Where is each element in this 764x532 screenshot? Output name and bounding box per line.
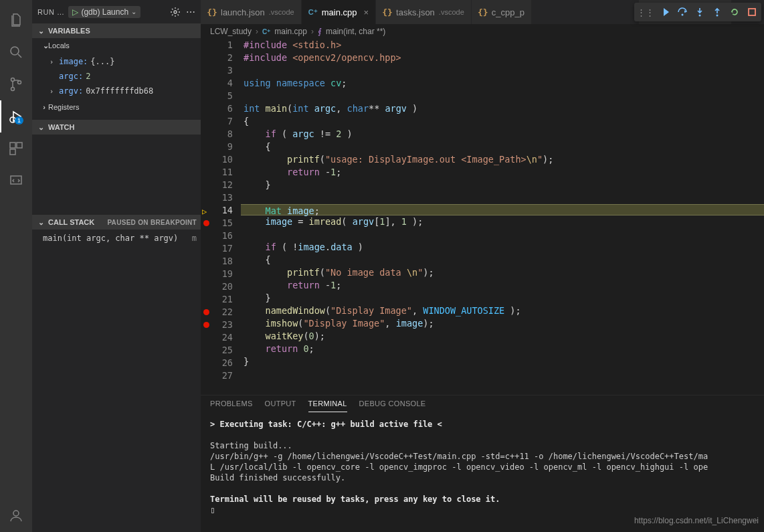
svg-point-12 [682, 14, 684, 16]
extensions-icon [8, 141, 24, 157]
account-icon [8, 508, 24, 524]
svg-rect-8 [10, 149, 15, 155]
chevron-right-icon: › [36, 103, 45, 111]
breadcrumb[interactable]: LCW_study › C⁺ main.cpp › ⨐ main(int, ch… [201, 24, 764, 39]
terminal-body[interactable]: > Executing task: C/C++: g++ build activ… [201, 412, 764, 532]
variable-row[interactable]: argc: 2 [32, 69, 201, 84]
code-area[interactable]: #include <stdio.h>#include <opencv2/open… [241, 39, 764, 395]
svg-point-14 [717, 15, 719, 17]
json-icon: {} [478, 7, 488, 17]
debug-sidebar: RUN … ▷ (gdb) Launch ⌄ ⋯ ⌄ VARIABLES ⌄ L… [32, 0, 201, 532]
chevron-down-icon: ⌄ [36, 123, 45, 132]
editor[interactable]: 1234567891011121314▷15161718192021222324… [201, 39, 764, 395]
drag-handle-icon[interactable]: ⋮⋮ [637, 7, 654, 17]
activity-debug[interactable]: 1 [0, 100, 32, 132]
continue-button[interactable] [658, 5, 672, 19]
variable-row[interactable]: › image: {...} [32, 54, 201, 69]
json-icon: {} [207, 7, 217, 17]
json-icon: {} [383, 7, 392, 17]
sidebar-header: RUN … ▷ (gdb) Launch ⌄ ⋯ [32, 0, 201, 23]
watermark: https://blog.csdn.net/it_LiChengwei [634, 516, 759, 525]
svg-point-11 [174, 11, 177, 13]
step-out-button[interactable] [710, 5, 724, 19]
section-registers[interactable]: › Registers [32, 100, 201, 114]
tab-tasks-json[interactable]: {} tasks.json .vscode [376, 0, 472, 24]
chevron-down-icon: ⌄ [36, 41, 45, 50]
files-icon [8, 12, 24, 28]
activity-explorer[interactable] [0, 4, 32, 36]
svg-point-2 [11, 78, 15, 82]
chevron-right-icon: › [47, 58, 56, 66]
gutter: 1234567891011121314▷15161718192021222324… [201, 39, 241, 395]
cpp-icon: C⁺ [262, 28, 270, 35]
term-tab-terminal[interactable]: TERMINAL [308, 400, 347, 412]
term-tab-debugconsole[interactable]: DEBUG CONSOLE [359, 400, 426, 412]
tab-ccpp-props[interactable]: {} c_cpp_p [472, 0, 532, 24]
play-icon: ▷ [72, 7, 78, 17]
callstack-body: main(int argc, char ** argv) m [32, 230, 201, 247]
activity-scm[interactable] [0, 68, 32, 100]
svg-rect-7 [17, 143, 22, 148]
cpp-icon: C⁺ [308, 7, 318, 17]
chevron-down-icon: ⌄ [36, 218, 45, 227]
launch-config-label: (gdb) Launch [81, 7, 128, 17]
main-area: {} launch.json .vscode C⁺ main.cpp × {} … [201, 0, 764, 532]
more-icon[interactable]: ⋯ [186, 7, 195, 17]
activity-extensions[interactable] [0, 132, 32, 165]
sidebar-title: RUN … [37, 8, 64, 16]
svg-point-13 [699, 15, 701, 17]
section-variables[interactable]: ⌄ VARIABLES [32, 23, 201, 38]
chevron-down-icon: ⌄ [36, 27, 45, 35]
terminal-panel: PROBLEMS OUTPUT TERMINAL DEBUG CONSOLE >… [201, 395, 764, 532]
step-into-button[interactable] [693, 5, 706, 19]
tab-launch-json[interactable]: {} launch.json .vscode [201, 0, 302, 24]
section-watch[interactable]: ⌄ WATCH [32, 120, 201, 135]
close-icon[interactable]: × [363, 7, 369, 17]
branch-icon [8, 76, 24, 92]
activity-bar: 1 [0, 0, 32, 532]
term-tab-output[interactable]: OUTPUT [265, 400, 296, 412]
gear-icon[interactable] [170, 7, 181, 17]
callstack-row[interactable]: main(int argc, char ** argv) m [32, 231, 201, 246]
activity-search[interactable] [0, 36, 32, 68]
section-locals[interactable]: ⌄ Locals [32, 38, 201, 53]
terminal-tabs: PROBLEMS OUTPUT TERMINAL DEBUG CONSOLE [201, 395, 764, 412]
debug-toolbar[interactable]: ⋮⋮ [634, 3, 761, 21]
remote-icon [8, 173, 24, 189]
locals-body: › image: {...} argc: 2 › argv: 0x7ffffff… [32, 53, 201, 100]
chevron-right-icon: › [311, 27, 314, 36]
chevron-right-icon: › [256, 27, 258, 36]
variable-row[interactable]: › argv: 0x7fffffffdb68 [32, 84, 201, 98]
stop-button[interactable] [745, 5, 759, 19]
term-tab-problems[interactable]: PROBLEMS [210, 400, 253, 412]
search-icon [8, 44, 24, 60]
activity-account[interactable] [0, 500, 32, 532]
svg-point-10 [13, 511, 19, 516]
watch-body [32, 135, 201, 215]
callstack-status: PAUSED ON BREAKPOINT [107, 219, 197, 226]
debug-badge: 1 [15, 116, 23, 124]
svg-point-3 [11, 88, 15, 91]
section-callstack[interactable]: ⌄ CALL STACK PAUSED ON BREAKPOINT [32, 215, 201, 230]
launch-config-selector[interactable]: ▷ (gdb) Launch ⌄ [68, 6, 140, 18]
restart-button[interactable] [728, 5, 741, 19]
svg-line-1 [18, 54, 21, 58]
svg-rect-15 [749, 9, 755, 15]
svg-rect-6 [10, 143, 15, 148]
svg-point-0 [11, 47, 19, 55]
chevron-down-icon: ⌄ [131, 8, 136, 15]
step-over-button[interactable] [676, 5, 689, 19]
chevron-right-icon: › [47, 87, 56, 96]
function-icon: ⨐ [318, 27, 322, 36]
tab-main-cpp[interactable]: C⁺ main.cpp × [302, 0, 376, 24]
tabs-row: {} launch.json .vscode C⁺ main.cpp × {} … [201, 0, 764, 24]
activity-remote[interactable] [0, 165, 32, 197]
svg-rect-9 [11, 176, 21, 184]
